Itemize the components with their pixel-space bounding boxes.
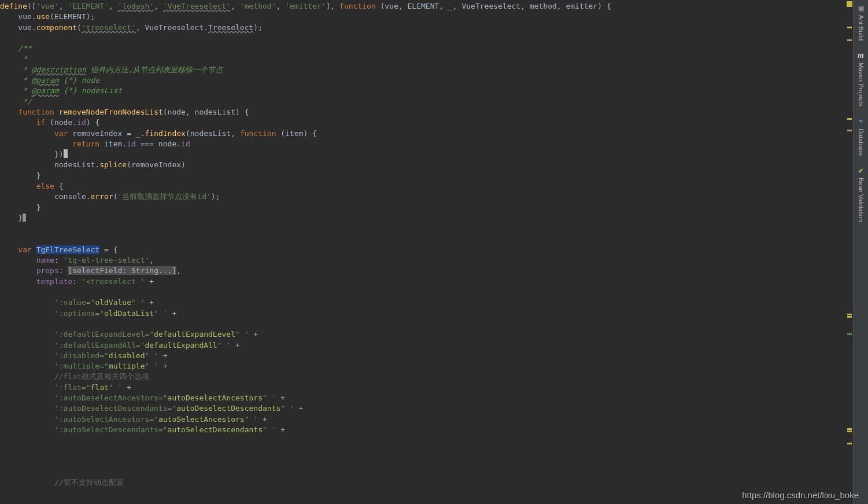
code-line: ':flat="flat" ' + — [0, 382, 853, 393]
ant-icon: ▣ — [856, 3, 866, 13]
stripe-mark[interactable] — [847, 118, 852, 120]
database-icon: ≡ — [856, 117, 866, 126]
tool-label: Database — [855, 128, 866, 156]
code-line: console.error('当前取消选择节点没有id'); — [0, 192, 853, 202]
tool-ant-build[interactable]: ▣ Ant Build — [855, 3, 866, 41]
stripe-mark[interactable] — [847, 3, 852, 5]
tool-database[interactable]: ≡ Database — [855, 117, 866, 156]
code-line: //flat模式及相关四个选项 — [0, 371, 853, 382]
code-line: } — [0, 203, 853, 213]
text-caret — [64, 149, 68, 158]
bean-icon: ✔ — [856, 166, 866, 175]
code-line: * @description 组件内方法,从节点列表里移除一个节点 — [0, 65, 853, 75]
maven-icon: m — [856, 51, 866, 60]
code-line: ':autoSelectAncestors="autoSelectAncesto… — [0, 414, 853, 425]
code-line: ':value="oldValue" ' + — [0, 297, 853, 308]
tool-bean-validation[interactable]: ✔ Bean Validation — [855, 166, 866, 222]
code-line: vue.component('treeselect', VueTreeselec… — [0, 23, 853, 33]
code-line: ':disabled="disabled" ' + — [0, 351, 853, 361]
code-line: ':autoDeselectAncestors="autoDeselectAnc… — [0, 393, 853, 403]
code-line: ':options="oldDataList" ' + — [0, 308, 853, 319]
stripe-mark[interactable] — [847, 27, 852, 28]
stripe-mark[interactable] — [847, 39, 852, 41]
code-line: * @param {*} node — [0, 75, 853, 86]
code-line: return item.id === node.id — [0, 139, 853, 149]
code-line: vue.use(ELEMENT); — [0, 12, 853, 22]
tool-maven-projects[interactable]: m Maven Projects — [855, 51, 866, 106]
stripe-mark[interactable] — [847, 333, 852, 335]
code-line: } — [0, 213, 853, 223]
tool-label: Bean Validation — [855, 178, 866, 222]
watermark: https://blog.csdn.net/lixu_boke — [742, 490, 859, 501]
stripe-mark[interactable] — [847, 130, 852, 131]
right-tool-sidebar: ▣ Ant Build m Maven Projects ≡ Database … — [853, 0, 868, 504]
code-line: else { — [0, 181, 853, 192]
stripe-mark[interactable] — [847, 428, 852, 430]
code-line: //暂不支持动态配置 — [0, 477, 853, 488]
code-line: function removeNodeFromNodesList(node, n… — [0, 107, 853, 117]
tool-label: Ant Build — [855, 15, 866, 41]
code-line: /** — [0, 43, 853, 54]
code-line: ':autoDeselectDescendants="autoDeselectD… — [0, 403, 853, 414]
code-line — [0, 319, 853, 329]
stripe-mark[interactable] — [847, 431, 852, 432]
code-line: ':defaultExpandLevel="defaultExpandLevel… — [0, 329, 853, 340]
code-editor[interactable]: define(['vue', 'ELEMENT', 'lodash', 'Vue… — [0, 0, 853, 504]
code-line: var TgElTreeSelect = { — [0, 245, 853, 255]
tool-label: Maven Projects — [855, 62, 866, 106]
stripe-mark[interactable] — [847, 443, 852, 444]
code-line: ':defaultExpandAll="defaultExpandAll" ' … — [0, 340, 853, 351]
code-line: name: 'tg-el-tree-select', — [0, 255, 853, 266]
code-line: * — [0, 54, 853, 64]
code-line: }) — [0, 149, 853, 160]
code-line: define(['vue', 'ELEMENT', 'lodash', 'Vue… — [0, 1, 853, 12]
code-line: * @param {*} nodesList — [0, 86, 853, 96]
code-line: nodesList.splice(removeIndex) — [0, 160, 853, 170]
code-line: } — [0, 171, 853, 181]
error-stripe[interactable] — [846, 0, 853, 504]
stripe-mark[interactable] — [847, 314, 852, 315]
code-line: template: '<treeselect ' + — [0, 277, 853, 287]
code-line: if (node.id) { — [0, 117, 853, 128]
code-line: ':multiple="multiple" ' + — [0, 361, 853, 371]
stripe-mark[interactable] — [847, 316, 852, 318]
code-line: props: [selectField: String...], — [0, 266, 853, 276]
code-line: var removeIndex = _.findIndex(nodesList,… — [0, 128, 853, 139]
code-line: ':autoSelectDescendants="autoSelectDesce… — [0, 425, 853, 435]
code-line: */ — [0, 97, 853, 107]
